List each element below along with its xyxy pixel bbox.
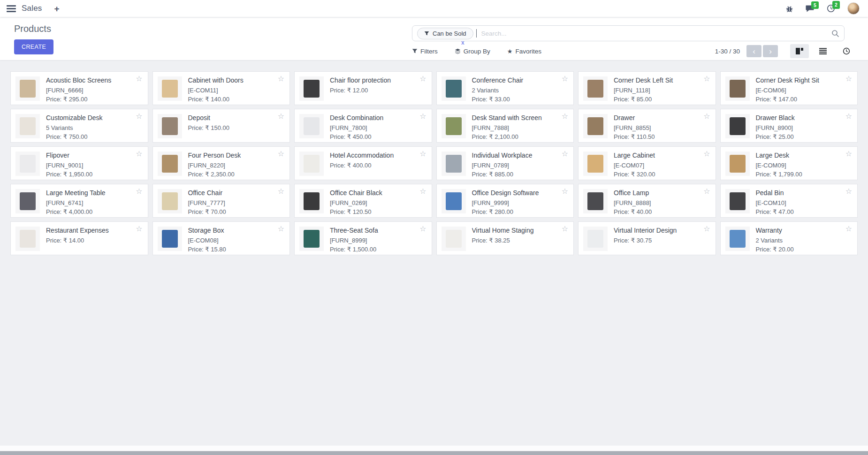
product-name[interactable]: Three-Seat Sofa bbox=[330, 227, 388, 235]
product-card[interactable]: Large Desk [E-COM09] Price: ₹ 1,799.00 ☆ bbox=[720, 146, 858, 180]
product-name[interactable]: Individual Workplace bbox=[472, 152, 543, 160]
favorite-star-icon[interactable]: ☆ bbox=[562, 225, 568, 233]
favorite-star-icon[interactable]: ☆ bbox=[136, 75, 142, 83]
product-card[interactable]: Office Design Software [FURN_9999] Price… bbox=[436, 184, 574, 218]
product-card[interactable]: Pedal Bin [E-COM10] Price: ₹ 47.00 ☆ bbox=[720, 184, 858, 218]
user-avatar[interactable] bbox=[847, 2, 860, 15]
list-view-button[interactable] bbox=[814, 44, 832, 58]
apps-menu-icon[interactable] bbox=[7, 5, 16, 12]
activity-view-button[interactable] bbox=[837, 44, 856, 58]
product-card[interactable]: Four Person Desk [FURN_8220] Price: ₹ 2,… bbox=[152, 146, 290, 180]
product-card[interactable]: Virtual Home Staging Price: ₹ 38.25 ☆ bbox=[436, 221, 574, 255]
product-name[interactable]: Office Design Software bbox=[472, 189, 549, 197]
favorite-star-icon[interactable]: ☆ bbox=[419, 150, 426, 158]
product-name[interactable]: Four Person Desk bbox=[188, 152, 251, 160]
product-name[interactable]: Storage Box bbox=[188, 227, 235, 235]
product-card[interactable]: Office Chair [FURN_7777] Price: ₹ 70.00 … bbox=[152, 184, 290, 218]
product-name[interactable]: Drawer bbox=[614, 114, 655, 122]
favorite-star-icon[interactable]: ☆ bbox=[136, 188, 142, 195]
product-name[interactable]: Hotel Accommodation bbox=[330, 152, 404, 160]
product-card[interactable]: Deposit Price: ₹ 150.00 ☆ bbox=[152, 109, 290, 143]
favorite-star-icon[interactable]: ☆ bbox=[278, 75, 284, 83]
product-card[interactable]: Cabinet with Doors [E-COM11] Price: ₹ 14… bbox=[152, 71, 290, 105]
favorite-star-icon[interactable]: ☆ bbox=[419, 113, 426, 120]
product-name[interactable]: Office Chair bbox=[188, 189, 233, 197]
search-input[interactable] bbox=[480, 30, 829, 38]
favorite-star-icon[interactable]: ☆ bbox=[136, 150, 142, 158]
product-card[interactable]: Large Meeting Table [FURN_6741] Price: ₹… bbox=[10, 184, 148, 218]
product-card[interactable]: Drawer [FURN_8855] Price: ₹ 110.50 ☆ bbox=[578, 109, 716, 143]
favorite-star-icon[interactable]: ☆ bbox=[562, 75, 568, 83]
product-card[interactable]: Conference Chair 2 Variants Price: ₹ 33.… bbox=[436, 71, 574, 105]
product-name[interactable]: Cabinet with Doors bbox=[188, 76, 254, 85]
product-card[interactable]: Office Chair Black [FURN_0269] Price: ₹ … bbox=[294, 184, 432, 218]
favorite-star-icon[interactable]: ☆ bbox=[845, 150, 852, 158]
kanban-view-button[interactable] bbox=[790, 44, 809, 58]
favorite-star-icon[interactable]: ☆ bbox=[136, 225, 142, 233]
product-name[interactable]: Pedal Bin bbox=[756, 189, 794, 197]
product-card[interactable]: Drawer Black [FURN_8900] Price: ₹ 25.00 … bbox=[720, 109, 858, 143]
product-card[interactable]: Chair floor protection Price: ₹ 12.00 ☆ bbox=[294, 71, 432, 105]
activities-clock-icon[interactable]: 2 bbox=[827, 4, 835, 13]
product-name[interactable]: Customizable Desk bbox=[46, 114, 113, 122]
favorite-star-icon[interactable]: ☆ bbox=[136, 113, 142, 120]
favorite-star-icon[interactable]: ☆ bbox=[562, 150, 568, 158]
search-facet-can-be-sold[interactable]: Can be Sold x bbox=[417, 28, 473, 39]
favorite-star-icon[interactable]: ☆ bbox=[845, 225, 852, 233]
favorite-star-icon[interactable]: ☆ bbox=[562, 188, 568, 195]
favorite-star-icon[interactable]: ☆ bbox=[419, 75, 426, 83]
product-name[interactable]: Flipover bbox=[46, 152, 92, 160]
product-name[interactable]: Conference Chair bbox=[472, 76, 534, 85]
favorite-star-icon[interactable]: ☆ bbox=[278, 188, 284, 195]
product-name[interactable]: Acoustic Bloc Screens bbox=[46, 76, 122, 85]
product-name[interactable]: Restaurant Expenses bbox=[46, 227, 119, 235]
search-bar[interactable]: Can be Sold x bbox=[412, 25, 845, 41]
favorite-star-icon[interactable]: ☆ bbox=[278, 225, 284, 233]
product-card[interactable]: Desk Combination [FURN_7800] Price: ₹ 45… bbox=[294, 109, 432, 143]
favorite-star-icon[interactable]: ☆ bbox=[845, 113, 852, 120]
pager-next-button[interactable]: › bbox=[763, 45, 778, 57]
debug-bug-icon[interactable] bbox=[785, 5, 793, 13]
product-name[interactable]: Corner Desk Right Sit bbox=[756, 76, 830, 85]
product-name[interactable]: Corner Desk Left Sit bbox=[614, 76, 683, 85]
product-card[interactable]: Corner Desk Left Sit [FURN_1118] Price: … bbox=[578, 71, 716, 105]
product-name[interactable]: Large Cabinet bbox=[614, 152, 665, 160]
product-name[interactable]: Chair floor protection bbox=[330, 76, 401, 85]
favorite-star-icon[interactable]: ☆ bbox=[278, 150, 284, 158]
product-card[interactable]: Large Cabinet [E-COM07] Price: ₹ 320.00 … bbox=[578, 146, 716, 180]
add-tab-icon[interactable]: + bbox=[54, 4, 60, 13]
favorite-star-icon[interactable]: ☆ bbox=[703, 150, 710, 158]
product-card[interactable]: Individual Workplace [FURN_0789] Price: … bbox=[436, 146, 574, 180]
product-name[interactable]: Deposit bbox=[188, 114, 230, 122]
favorite-star-icon[interactable]: ☆ bbox=[703, 188, 710, 195]
product-card[interactable]: Three-Seat Sofa [FURN_8999] Price: ₹ 1,5… bbox=[294, 221, 432, 255]
favorite-star-icon[interactable]: ☆ bbox=[703, 113, 710, 120]
product-name[interactable]: Drawer Black bbox=[756, 114, 805, 122]
product-card[interactable]: Restaurant Expenses Price: ₹ 14.00 ☆ bbox=[10, 221, 148, 255]
product-name[interactable]: Large Meeting Table bbox=[46, 189, 116, 197]
product-card[interactable]: Warranty 2 Variants Price: ₹ 20.00 ☆ bbox=[720, 221, 858, 255]
product-name[interactable]: Virtual Home Staging bbox=[472, 227, 544, 235]
horizontal-scrollbar-thumb[interactable] bbox=[0, 451, 868, 455]
pager-previous-button[interactable]: ‹ bbox=[746, 45, 761, 57]
product-card[interactable]: Hotel Accommodation Price: ₹ 400.00 ☆ bbox=[294, 146, 432, 180]
favorite-star-icon[interactable]: ☆ bbox=[419, 188, 426, 195]
group-by-button[interactable]: Group By bbox=[455, 48, 490, 55]
favorite-star-icon[interactable]: ☆ bbox=[845, 188, 852, 195]
product-name[interactable]: Desk Stand with Screen bbox=[472, 114, 552, 122]
favorite-star-icon[interactable]: ☆ bbox=[562, 113, 568, 120]
product-name[interactable]: Large Desk bbox=[756, 152, 802, 160]
product-name[interactable]: Office Lamp bbox=[614, 189, 659, 197]
favorite-star-icon[interactable]: ☆ bbox=[278, 113, 284, 120]
product-card[interactable]: Flipover [FURN_9001] Price: ₹ 1,950.00 ☆ bbox=[10, 146, 148, 180]
horizontal-scrollbar[interactable] bbox=[0, 451, 868, 455]
product-name[interactable]: Virtual Interior Design bbox=[614, 227, 687, 235]
messages-chat-icon[interactable]: 5 bbox=[806, 5, 815, 13]
create-button[interactable]: CREATE bbox=[14, 39, 53, 54]
favorite-star-icon[interactable]: ☆ bbox=[845, 75, 852, 83]
product-name[interactable]: Desk Combination bbox=[330, 114, 394, 122]
product-name[interactable]: Office Chair Black bbox=[330, 189, 393, 197]
product-card[interactable]: Office Lamp [FURN_8888] Price: ₹ 40.00 ☆ bbox=[578, 184, 716, 218]
favorites-button[interactable]: ★ Favorites bbox=[507, 48, 541, 55]
favorite-star-icon[interactable]: ☆ bbox=[703, 75, 710, 83]
